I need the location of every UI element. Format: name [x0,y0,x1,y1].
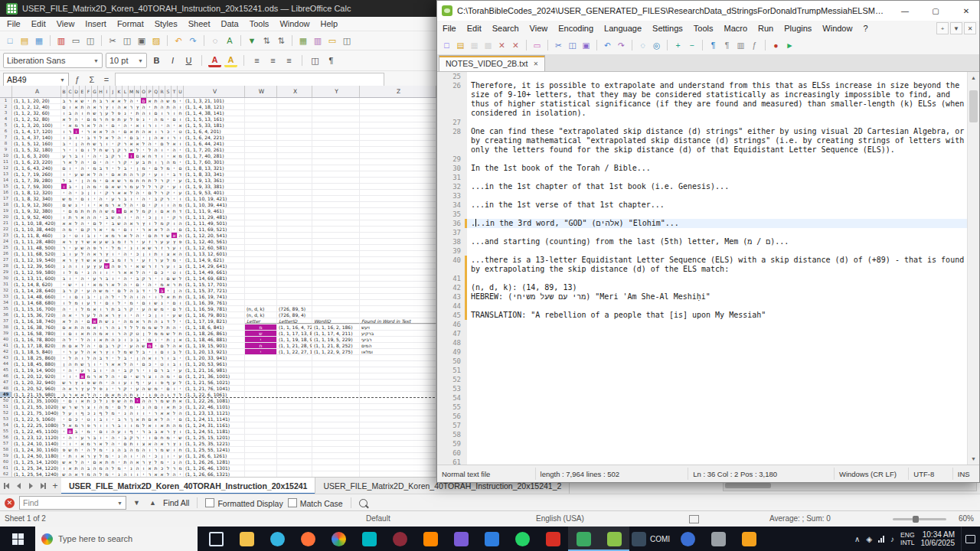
grid-cell[interactable]: ו [178,429,184,434]
sheet-tab-1[interactable]: USER_FILE_Matrix2D_Koren_40TORAH_Instruc… [61,478,315,494]
grid-cell[interactable] [245,441,277,446]
grid-cell[interactable]: י [92,343,98,348]
editor-text[interactable] [467,329,967,338]
tray-app-icon[interactable]: ◈ [866,535,872,543]
grid-cell[interactable]: ש [80,245,86,250]
grid-cell[interactable]: ב [61,288,67,293]
grid-cell[interactable]: (1, 1, 14, 49, 661) [184,269,245,275]
grid-cell[interactable] [245,245,277,250]
grid-cell[interactable]: מ [86,429,92,434]
grid-cell[interactable]: א [135,318,141,324]
grid-cell[interactable]: (1, 1, 9, 13, 361) [184,178,245,183]
grid-cell[interactable]: י [141,214,147,220]
grid-cell[interactable]: ת [135,129,141,134]
grid-cell[interactable]: ר [110,312,116,318]
grid-cell[interactable]: (1, 1, 22, 26, 1081) [184,398,245,403]
grid-cell[interactable] [245,269,277,275]
row-header[interactable]: 33 [0,294,12,299]
scroll-down-arrow[interactable]: ▼ [968,453,979,465]
grid-cell[interactable]: ר [122,306,129,311]
grid-cell[interactable]: ב [172,361,178,367]
row-header[interactable]: 15 [0,184,12,189]
grid-cell[interactable]: י [110,453,116,458]
grid-cell[interactable]: כ [80,190,86,195]
editor-text[interactable] [467,347,967,357]
encoding-status[interactable]: UTF-8 [909,468,952,480]
grid-cell[interactable] [277,471,312,477]
grid-cell[interactable]: ד [159,233,165,238]
grid-cell[interactable]: י [104,435,110,440]
grid-cell[interactable]: ר [147,471,153,477]
grid-cell[interactable]: ם [67,398,74,403]
grid-cell[interactable]: ה [122,251,129,256]
grid-cell[interactable] [245,141,277,146]
grid-cell[interactable]: (1, 1, 14, 28, 640) [12,288,61,293]
grid-cell[interactable]: מ [98,447,104,452]
grid-cell[interactable]: ת [165,337,172,342]
grid-cell[interactable]: ו [110,276,116,281]
grid-cell[interactable] [277,429,312,434]
grid-cell[interactable] [312,147,360,152]
editor-text[interactable] [467,366,967,375]
grid-cell[interactable]: ב [104,214,110,220]
grid-cell[interactable]: ק [74,288,80,293]
menu-item-help[interactable]: ? [858,21,873,36]
doc-list-button[interactable]: ▼ [950,22,962,34]
grid-cell[interactable] [277,135,312,140]
grid-cell[interactable]: ל [122,202,129,207]
find-all-button[interactable]: Find All [163,498,189,507]
grid-cell[interactable]: ש [110,214,116,220]
grid-cell[interactable]: א [172,233,178,238]
row-header[interactable]: 53 [0,416,12,422]
grid-cell[interactable] [245,459,277,465]
replace-icon[interactable]: ◎ [650,39,663,52]
grid-cell[interactable]: (1, 1, 25, 14, 1200) [12,459,61,465]
grid-cell[interactable]: ה [98,208,104,214]
grid-cell[interactable]: ם [141,202,147,207]
grid-cell[interactable]: (1, 1, 16, 2, 186) [312,324,360,330]
grid-cell[interactable]: י [172,190,178,195]
grid-cell[interactable]: ר [92,422,98,428]
grid-cell[interactable]: ן [86,190,92,195]
grid-cell[interactable]: ע [129,343,135,348]
grid-cell[interactable]: י [165,312,172,318]
column-header-Y[interactable]: Y [312,86,360,97]
taskbar-app-mail-app[interactable] [476,527,507,551]
grid-cell[interactable]: י [165,288,172,293]
grid-cell[interactable] [245,220,277,226]
grid-cell[interactable]: י [116,459,122,465]
menu-item-search[interactable]: Search [487,21,524,36]
grid-cell[interactable] [277,190,312,195]
grid-cell[interactable]: ר [104,324,110,330]
grid-cell[interactable]: י [135,196,141,201]
grid-cell[interactable]: ת [122,459,129,465]
first-sheet-button[interactable] [0,480,12,492]
grid-cell[interactable]: י [178,257,184,262]
grid-cell[interactable]: ב [147,429,153,434]
grid-cell[interactable] [277,392,312,397]
grid-cell[interactable] [312,392,360,397]
grid-cell[interactable] [245,282,277,287]
grid-cell[interactable] [312,294,360,299]
grid-cell[interactable]: ם [172,300,178,305]
row-header[interactable]: 35 [0,306,12,311]
grid-cell[interactable]: כ [92,398,98,403]
grid-cell[interactable]: פ [86,380,92,385]
grid-cell[interactable]: א [104,312,110,318]
grid-cell[interactable]: ו [92,190,98,195]
grid-cell[interactable]: ה [86,245,92,250]
grid-cell[interactable]: א [110,392,116,397]
language-indicator[interactable]: ENG INTL [900,531,914,546]
grid-cell[interactable]: י [129,122,135,128]
grid-cell[interactable]: י [86,220,92,226]
spelling-icon[interactable]: A [223,34,237,47]
grid-cell[interactable]: ו [153,349,159,354]
grid-cell[interactable]: ש [178,312,184,318]
grid-cell[interactable]: ח [98,380,104,385]
grid-cell[interactable]: ב [116,306,122,311]
grid-cell[interactable]: ת [165,324,172,330]
grid-cell[interactable]: ם [178,165,184,171]
grid-cell[interactable]: (1, 1, 22, 46, 1101) [184,404,245,409]
grid-cell[interactable]: ה [178,220,184,226]
grid-cell[interactable]: י [122,465,129,471]
